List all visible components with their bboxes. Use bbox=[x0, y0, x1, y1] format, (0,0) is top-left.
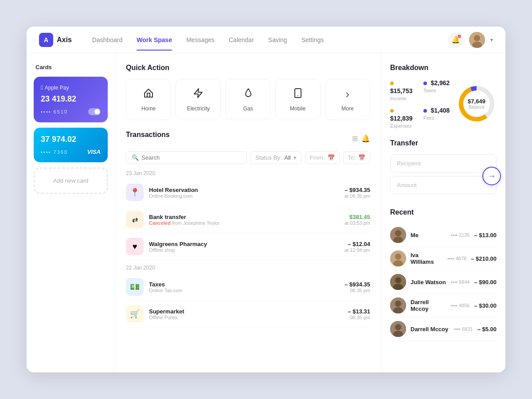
table-row: ⇄ Bank transfer Canceled from Josephine … bbox=[126, 206, 370, 233]
nav-dashboard[interactable]: Dashboard bbox=[86, 34, 129, 46]
status-filter[interactable]: Status By: All ▾ bbox=[250, 151, 301, 164]
recent-avatar-5 bbox=[390, 321, 406, 337]
qa-more[interactable]: › More bbox=[325, 79, 370, 120]
txn-hotel-amount: – $934.35 at 06:35 pm bbox=[344, 187, 370, 199]
stat-expenses: $12,839 Expenses bbox=[390, 106, 418, 129]
qa-more-label: More bbox=[341, 106, 353, 112]
user-avatar[interactable] bbox=[469, 32, 485, 48]
donut-center: $7,649 Balance bbox=[468, 98, 485, 110]
main-nav: Dashboard Work Spase Messages Calendar S… bbox=[86, 34, 448, 46]
qa-mobile-label: Mobile bbox=[290, 106, 305, 112]
taxes-dot bbox=[423, 82, 427, 85]
recent-avatar-3 bbox=[390, 274, 406, 290]
filter-chevron: ▾ bbox=[293, 154, 297, 161]
recent-title: Recent bbox=[390, 208, 497, 216]
card-blue-amount: 37 974.02 bbox=[41, 135, 101, 144]
table-row: 💵 Taxes Online Tax.com – $934.35 06:35 p… bbox=[126, 274, 370, 301]
fees-dot bbox=[423, 109, 427, 113]
list-item: Me •••• 2135 – $13.00 bbox=[390, 223, 497, 247]
svg-point-11 bbox=[395, 230, 401, 236]
header-right: 🔔 ▾ bbox=[448, 32, 493, 48]
nav-workspace[interactable]: Work Spase bbox=[130, 34, 178, 46]
breakdown-content: $15,753 Income $2,962 Taxes bbox=[390, 79, 497, 129]
card-purple[interactable]:  Apple Pay 23 419.82 •••• 6510 bbox=[34, 77, 108, 122]
transfer-send-button[interactable]: → bbox=[482, 167, 501, 185]
txn-icon-pharmacy: ♥ bbox=[126, 238, 144, 255]
search-box: 🔍 bbox=[126, 151, 247, 164]
txn-icon-bank: ⇄ bbox=[126, 211, 144, 228]
home-icon bbox=[143, 88, 154, 101]
qa-mobile[interactable]: Mobile bbox=[275, 79, 321, 120]
txn-date-1: 23 Jan 2020 bbox=[126, 170, 370, 176]
date-from[interactable]: From: 📅 bbox=[305, 151, 340, 164]
list-item: Darrell Mccoy •••• 4856 – $30.00 bbox=[390, 294, 497, 317]
calendar-from-icon: 📅 bbox=[328, 154, 335, 161]
stat-income: $15,753 Income bbox=[390, 79, 418, 101]
txn-hotel-info: Hotel Reservation Online Booking.com bbox=[149, 187, 339, 199]
logo-name: Axis bbox=[57, 36, 72, 44]
transfer-title: Transfer bbox=[390, 139, 497, 147]
stat-fees: $1,408 Fees bbox=[423, 106, 451, 129]
transactions-title: Transactions bbox=[126, 131, 170, 139]
calendar-to-icon: 📅 bbox=[358, 154, 365, 161]
txn-supermarket-info: Supermarket Offline Publix bbox=[149, 308, 342, 320]
table-row: ♥ Walgreens Pharmacy Offline shop – $12.… bbox=[126, 233, 370, 260]
recent-avatar-4 bbox=[390, 297, 406, 313]
qa-gas-label: Gas bbox=[243, 106, 253, 112]
add-card-button[interactable]: Add new card bbox=[34, 168, 108, 194]
filter-icon[interactable]: ⊞ bbox=[352, 134, 358, 143]
txn-icon-hotel: 📍 bbox=[126, 184, 144, 201]
recent-section: Recent Me •••• 2135 – $13.00 Iva William… bbox=[390, 208, 497, 341]
list-item: Darrell Mccoy •••• 6831 – $5.00 bbox=[390, 317, 497, 341]
breakdown-section: Breakdown $15,753 Income bbox=[390, 64, 497, 129]
nav-settings[interactable]: Settings bbox=[295, 34, 330, 46]
search-input[interactable] bbox=[141, 154, 241, 161]
card-purple-footer: •••• 6510 bbox=[41, 108, 101, 115]
txn-header-icons: ⊞ 🔔 bbox=[352, 134, 370, 143]
recipient-input[interactable] bbox=[390, 154, 497, 172]
qa-gas[interactable]: Gas bbox=[225, 79, 270, 120]
card-toggle[interactable] bbox=[88, 108, 101, 115]
notification-bell[interactable]: 🔔 bbox=[448, 32, 464, 48]
card-purple-amount: 23 419.82 bbox=[41, 94, 101, 104]
quick-actions-grid: Home Electricity G bbox=[126, 79, 370, 120]
income-dot bbox=[390, 82, 394, 85]
recent-avatar-2 bbox=[390, 250, 406, 266]
nav-messages[interactable]: Messages bbox=[180, 34, 221, 46]
quick-action-title: Quick Action bbox=[126, 64, 370, 72]
svg-point-20 bbox=[395, 301, 401, 307]
stat-taxes: $2,962 Taxes bbox=[423, 79, 451, 101]
breakdown-title: Breakdown bbox=[390, 64, 497, 72]
mobile-icon bbox=[293, 88, 303, 101]
txn-pharmacy-amount: – $12.04 at 12:04 pm bbox=[344, 241, 370, 253]
transfer-inputs: → bbox=[390, 154, 497, 198]
qa-electricity[interactable]: Electricity bbox=[176, 79, 221, 120]
breakdown-donut: $7,649 Balance bbox=[457, 84, 497, 124]
cards-title: Cards bbox=[34, 64, 108, 70]
svg-point-17 bbox=[395, 277, 401, 283]
amount-input[interactable] bbox=[390, 176, 497, 194]
txn-bank-info: Bank transfer Canceled from Josephine Te… bbox=[149, 214, 339, 226]
notification-dot bbox=[458, 35, 461, 38]
expenses-dot bbox=[390, 109, 394, 113]
txn-taxes-amount: – $934.35 06:35 pm bbox=[344, 281, 370, 293]
nav-calendar[interactable]: Calendar bbox=[223, 34, 260, 46]
svg-marker-3 bbox=[194, 89, 202, 98]
txn-taxes-info: Taxes Online Tax.com bbox=[149, 281, 339, 293]
list-item: Julie Watson •••• 6844 – $90.00 bbox=[390, 270, 497, 294]
txn-pharmacy-info: Walgreens Pharmacy Offline shop bbox=[149, 241, 339, 253]
avatar-chevron[interactable]: ▾ bbox=[490, 37, 493, 43]
notification-icon[interactable]: 🔔 bbox=[361, 134, 370, 143]
card-blue[interactable]: 37 974.02 •••• 7360 VISA bbox=[34, 128, 108, 162]
table-row: 📍 Hotel Reservation Online Booking.com –… bbox=[126, 179, 370, 206]
svg-point-1 bbox=[474, 35, 480, 41]
transfer-section: Transfer → bbox=[390, 139, 497, 198]
app-container: A Axis Dashboard Work Spase Messages Cal… bbox=[27, 27, 505, 372]
nav-saving[interactable]: Saving bbox=[262, 34, 293, 46]
date-to[interactable]: To: 📅 bbox=[343, 151, 370, 164]
card-blue-footer: •••• 7360 VISA bbox=[41, 149, 101, 155]
center-panel: Quick Action Home El bbox=[115, 53, 381, 372]
search-icon: 🔍 bbox=[132, 154, 139, 161]
sidebar: Cards  Apple Pay 23 419.82 •••• 6510 37… bbox=[27, 53, 115, 372]
qa-home[interactable]: Home bbox=[126, 79, 171, 120]
